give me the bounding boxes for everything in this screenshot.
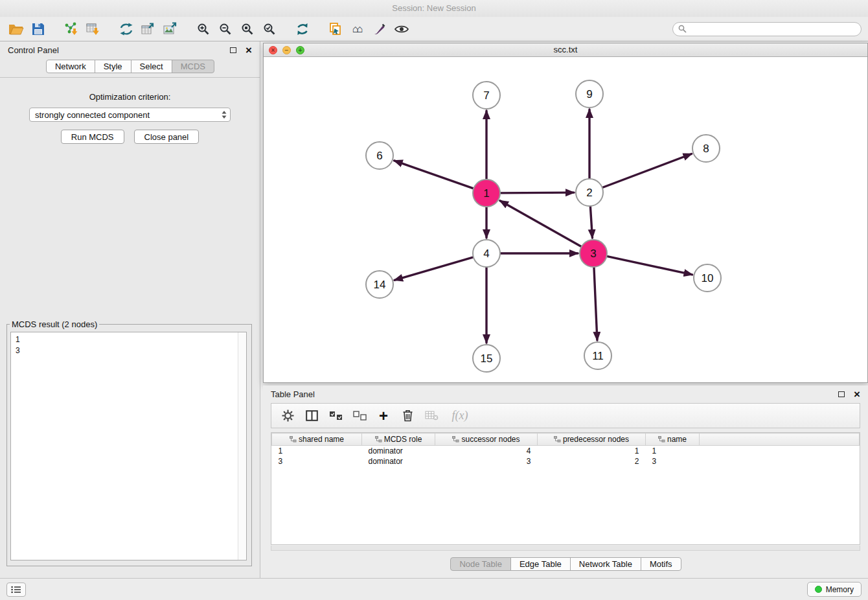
- optimization-criterion-select[interactable]: strongly connected component: [29, 108, 231, 122]
- graph-node-10[interactable]: 10: [694, 264, 721, 292]
- network-window-title: scc.txt: [554, 45, 578, 54]
- show-columns-icon[interactable]: [302, 406, 321, 426]
- scrollbar-track[interactable]: [238, 332, 246, 560]
- sort-tree-icon: [290, 436, 297, 443]
- graph-node-7[interactable]: 7: [473, 82, 500, 109]
- graph-node-9[interactable]: 9: [576, 80, 603, 108]
- horizontal-scrollbar[interactable]: [271, 546, 860, 551]
- import-network-icon[interactable]: [60, 19, 82, 39]
- graph-node-1[interactable]: 1: [473, 179, 500, 207]
- mcds-result-fieldset: MCDS result (2 nodes) 13: [6, 319, 252, 566]
- column-header[interactable]: MCDS role: [362, 433, 435, 446]
- table-cell[interactable]: 2: [538, 456, 646, 467]
- close-panel-icon[interactable]: ×: [246, 45, 252, 56]
- graph-node-label: 7: [483, 89, 489, 102]
- graph-node-label: 8: [703, 143, 709, 155]
- zoom-in-icon[interactable]: [192, 19, 214, 39]
- table-cell[interactable]: dominator: [362, 456, 435, 467]
- table-cell[interactable]: dominator: [362, 446, 435, 456]
- graph-edge-3-10[interactable]: [608, 257, 692, 275]
- status-bar: Memory: [0, 578, 868, 600]
- graph-node-3[interactable]: 3: [580, 240, 607, 267]
- graph-edge-1-2[interactable]: [501, 192, 574, 193]
- graph-node-label: 2: [586, 187, 592, 199]
- new-network-icon[interactable]: [115, 19, 137, 39]
- export-table-icon[interactable]: [137, 19, 159, 39]
- graph-node-11[interactable]: 11: [584, 342, 611, 369]
- export-image-icon[interactable]: [159, 19, 181, 39]
- graph-node-8[interactable]: 8: [692, 135, 720, 162]
- column-header-filler: [700, 433, 860, 446]
- table-cell[interactable]: 1: [538, 446, 646, 456]
- delete-table-icon[interactable]: [422, 406, 441, 426]
- zoom-selected-icon[interactable]: [258, 19, 280, 39]
- memory-button[interactable]: Memory: [807, 582, 862, 597]
- node-table: shared nameMCDS rolesuccessor nodesprede…: [271, 433, 860, 467]
- graph-node-label: 11: [592, 350, 604, 362]
- tab-network[interactable]: Network: [46, 60, 95, 73]
- save-session-icon[interactable]: [27, 19, 49, 39]
- graph-edge-2-8[interactable]: [603, 154, 692, 187]
- close-panel-button[interactable]: Close panel: [134, 130, 200, 144]
- tab-style[interactable]: Style: [95, 60, 131, 73]
- graph-edge-1-6[interactable]: [394, 161, 474, 189]
- float-panel-icon[interactable]: [230, 47, 236, 53]
- add-row-icon[interactable]: +: [374, 406, 393, 426]
- float-table-panel-icon[interactable]: [838, 391, 845, 397]
- column-header[interactable]: name: [646, 433, 700, 446]
- column-header[interactable]: successor nodes: [435, 433, 538, 446]
- mcds-result-box[interactable]: 13: [10, 332, 247, 560]
- table-cell[interactable]: 1: [646, 446, 700, 456]
- delete-row-icon[interactable]: [398, 406, 417, 426]
- table-cell[interactable]: 3: [646, 456, 700, 467]
- graph-node-2[interactable]: 2: [576, 179, 603, 206]
- function-builder-icon[interactable]: f(x): [446, 406, 474, 426]
- graph-node-4[interactable]: 4: [473, 240, 500, 267]
- mcds-result-title: MCDS result (2 nodes): [10, 319, 99, 329]
- graph-node-6[interactable]: 6: [366, 142, 393, 169]
- column-header[interactable]: predecessor nodes: [538, 433, 646, 446]
- open-session-icon[interactable]: [5, 19, 27, 39]
- table-row[interactable]: 3dominator323: [272, 456, 860, 467]
- tab-mcds[interactable]: MCDS: [172, 60, 214, 73]
- style-brush-icon[interactable]: [369, 19, 391, 39]
- show-hide-icon[interactable]: [391, 19, 413, 39]
- close-table-panel-icon[interactable]: ×: [854, 389, 860, 400]
- deselect-all-rows-icon[interactable]: [350, 406, 369, 426]
- select-all-rows-icon[interactable]: [326, 406, 345, 426]
- table-cell[interactable]: 3: [272, 456, 362, 467]
- show-navigator-icon[interactable]: ⌂⌂: [347, 19, 369, 39]
- graph-edge-2-3[interactable]: [590, 207, 592, 238]
- column-header[interactable]: shared name: [272, 433, 362, 446]
- tab-network-table[interactable]: Network Table: [570, 557, 641, 571]
- graph-node-15[interactable]: 15: [473, 345, 500, 372]
- table-cell[interactable]: 1: [272, 446, 362, 456]
- close-window-icon[interactable]: ×: [269, 46, 277, 54]
- run-mcds-button[interactable]: Run MCDS: [61, 130, 124, 144]
- task-history-button[interactable]: [6, 583, 26, 597]
- graph-edge-4-14[interactable]: [394, 257, 473, 280]
- graph-edge-3-1[interactable]: [500, 201, 581, 246]
- tab-node-table[interactable]: Node Table: [450, 557, 511, 571]
- import-table-icon[interactable]: [82, 19, 104, 39]
- graph-node-label: 15: [481, 352, 493, 365]
- zoom-window-icon[interactable]: +: [296, 46, 304, 54]
- table-cell[interactable]: 4: [435, 446, 538, 456]
- copy-view-icon[interactable]: [325, 19, 347, 39]
- table-cell[interactable]: 3: [435, 456, 538, 467]
- search-input[interactable]: [690, 23, 856, 34]
- tab-motifs[interactable]: Motifs: [641, 557, 681, 571]
- minimize-window-icon[interactable]: −: [282, 46, 291, 54]
- refresh-view-icon[interactable]: [291, 19, 314, 39]
- mcds-result-line: 3: [16, 345, 242, 356]
- graph-node-14[interactable]: 14: [366, 271, 393, 298]
- tab-edge-table[interactable]: Edge Table: [510, 557, 571, 571]
- network-window-titlebar[interactable]: × − + scc.txt: [264, 43, 867, 57]
- zoom-out-icon[interactable]: [214, 19, 236, 39]
- graph-edge-3-11[interactable]: [594, 268, 597, 340]
- table-settings-gear-icon[interactable]: [278, 406, 297, 426]
- tab-select[interactable]: Select: [131, 60, 172, 73]
- table-row[interactable]: 1dominator411: [272, 446, 860, 456]
- zoom-fit-icon[interactable]: [236, 19, 258, 39]
- network-canvas[interactable]: 7968124314101511: [264, 57, 867, 382]
